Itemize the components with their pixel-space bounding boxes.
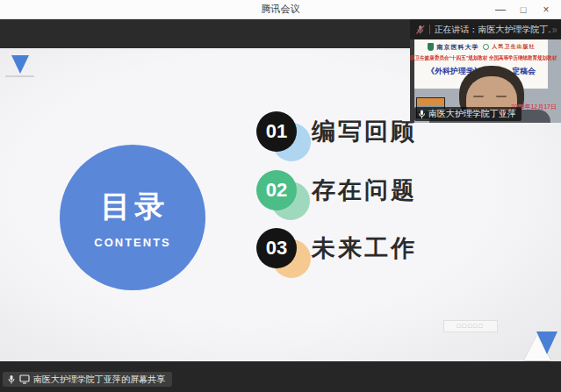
screen-share-icon bbox=[19, 374, 30, 384]
divider bbox=[429, 25, 430, 34]
speaking-speaker-name: 南医大护理学院丁... bbox=[478, 25, 552, 34]
item1-number-circle: 01 bbox=[256, 111, 297, 152]
share-status-pill: 南医大护理学院丁亚萍的屏幕共享 bbox=[3, 372, 172, 387]
close-button[interactable]: × bbox=[535, 0, 557, 19]
speaking-label: 正在讲话： bbox=[435, 25, 478, 34]
speaker-eyebrow-right bbox=[496, 96, 507, 97]
publisher-logo-icon bbox=[483, 44, 489, 50]
share-status-text: 南医大护理学院丁亚萍的屏幕共享 bbox=[33, 374, 165, 386]
slide-corner-line bbox=[5, 75, 34, 77]
speaking-indicator-bar[interactable]: 正在讲话：南医大护理学院丁... ›› bbox=[410, 19, 561, 39]
item3-label: 未来工作 bbox=[312, 228, 417, 268]
speaker-eyebrow-left bbox=[473, 96, 484, 97]
slide-watermark: □□□□□ bbox=[443, 320, 498, 332]
video-name-badge: 南医大护理学院丁亚萍 bbox=[414, 107, 521, 121]
video-speaker-name: 南医大护理学院丁亚萍 bbox=[428, 108, 516, 120]
publisher-logo-text: 人民卫生出版社 bbox=[493, 43, 536, 51]
item2-number-circle: 02 bbox=[256, 170, 297, 210]
slide-corner-triangle-topleft bbox=[11, 55, 29, 74]
meeting-window: 腾讯会议 — □ × 目录 CONTENTS 01 编写回顾 02 存在问题 bbox=[0, 0, 561, 392]
university-logo-icon bbox=[428, 43, 434, 51]
slide-corner-triangle-blue bbox=[536, 331, 557, 354]
item2-number: 02 bbox=[266, 179, 287, 202]
university-logo-text: 南京医科大学 bbox=[437, 43, 479, 52]
mic-icon bbox=[7, 374, 16, 385]
item3-number: 03 bbox=[266, 237, 287, 260]
window-title: 腾讯会议 bbox=[0, 3, 561, 16]
maximize-button[interactable]: □ bbox=[512, 0, 535, 19]
toc-subtitle: CONTENTS bbox=[94, 236, 171, 249]
title-bar[interactable]: 腾讯会议 — □ × bbox=[0, 0, 561, 19]
toc-title: 目录 bbox=[97, 187, 169, 227]
item3-number-circle: 03 bbox=[256, 228, 297, 268]
window-controls: — □ × bbox=[489, 0, 557, 19]
collapse-chevrons-icon[interactable]: ›› bbox=[551, 23, 556, 36]
mic-icon bbox=[418, 110, 426, 119]
banner-line1: 国家卫生健康委员会“十四五”规划教材 全国高等学历继续教育规划教材 bbox=[410, 54, 557, 62]
mic-muted-icon bbox=[415, 25, 426, 35]
minimize-button[interactable]: — bbox=[489, 0, 512, 19]
item1-number: 01 bbox=[266, 120, 287, 143]
toc-circle: 目录 CONTENTS bbox=[60, 145, 205, 290]
item1-label: 编写回顾 bbox=[312, 111, 417, 152]
item2-label: 存在问题 bbox=[312, 170, 417, 210]
speaker-video-panel[interactable]: 南京医科大学 人民卫生出版社 国家卫生健康委员会“十四五”规划教材 全国高等学历… bbox=[410, 39, 561, 123]
